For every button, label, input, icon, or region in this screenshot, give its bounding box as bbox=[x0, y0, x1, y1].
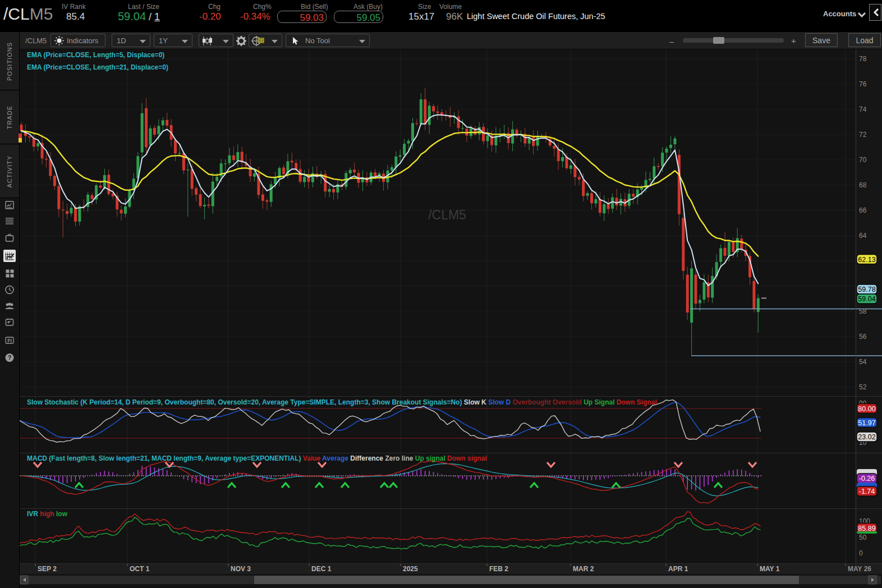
svg-text:FEB 2: FEB 2 bbox=[489, 565, 508, 573]
svg-text:APR 1: APR 1 bbox=[668, 565, 688, 573]
svg-text:/CLM5: /CLM5 bbox=[428, 208, 466, 222]
svg-text:DEC 1: DEC 1 bbox=[311, 565, 332, 573]
svg-text:51.97: 51.97 bbox=[858, 419, 875, 427]
svg-text:76: 76 bbox=[859, 80, 867, 88]
svg-text:56: 56 bbox=[859, 333, 867, 341]
svg-text:MAY 26: MAY 26 bbox=[848, 565, 871, 573]
svg-text:OCT 1: OCT 1 bbox=[130, 565, 150, 573]
svg-text:-1.74: -1.74 bbox=[859, 488, 875, 495]
svg-text:70: 70 bbox=[859, 156, 867, 164]
svg-text:72: 72 bbox=[859, 131, 867, 139]
svg-text:2025: 2025 bbox=[403, 565, 418, 573]
svg-text:EMA (Price=CLOSE, Length=5, Di: EMA (Price=CLOSE, Length=5, Displace=0) bbox=[27, 51, 164, 59]
svg-text:23.02: 23.02 bbox=[858, 433, 875, 441]
svg-text:0: 0 bbox=[859, 549, 863, 557]
svg-text:68: 68 bbox=[859, 181, 867, 189]
svg-text:NOV 3: NOV 3 bbox=[231, 565, 251, 573]
svg-text:59.78: 59.78 bbox=[858, 286, 875, 293]
svg-text:EMA (Price=CLOSE, Length=21, D: EMA (Price=CLOSE, Length=21, Displace=0) bbox=[27, 63, 168, 71]
svg-text:64: 64 bbox=[859, 232, 867, 240]
svg-text:FI: FI bbox=[7, 338, 12, 343]
svg-text:?: ? bbox=[8, 354, 12, 361]
svg-text:62.13: 62.13 bbox=[858, 256, 875, 264]
svg-text:52: 52 bbox=[859, 383, 867, 391]
svg-text:66: 66 bbox=[859, 206, 867, 214]
svg-text:58: 58 bbox=[859, 307, 867, 315]
svg-text:IVR high low: IVR high low bbox=[27, 510, 68, 518]
svg-text:59.04: 59.04 bbox=[858, 295, 875, 303]
svg-text:85.89: 85.89 bbox=[858, 525, 875, 532]
svg-text:Slow Stochastic (K Period=14,: Slow Stochastic (K Period=14, D Period=9… bbox=[27, 398, 657, 406]
svg-text:80.00: 80.00 bbox=[858, 405, 875, 413]
svg-text:74: 74 bbox=[859, 105, 867, 113]
svg-text:MAR 2: MAR 2 bbox=[573, 565, 594, 573]
svg-text:MACD (Fast length=8, Slow leng: MACD (Fast length=8, Slow length=21, MAC… bbox=[27, 454, 487, 462]
svg-text:MAY 1: MAY 1 bbox=[760, 565, 780, 573]
svg-text:50: 50 bbox=[859, 534, 867, 541]
svg-text:-0.26: -0.26 bbox=[859, 475, 875, 483]
svg-text:78: 78 bbox=[859, 55, 867, 63]
svg-text:SEP 2: SEP 2 bbox=[38, 565, 57, 573]
svg-text:54: 54 bbox=[859, 358, 867, 366]
